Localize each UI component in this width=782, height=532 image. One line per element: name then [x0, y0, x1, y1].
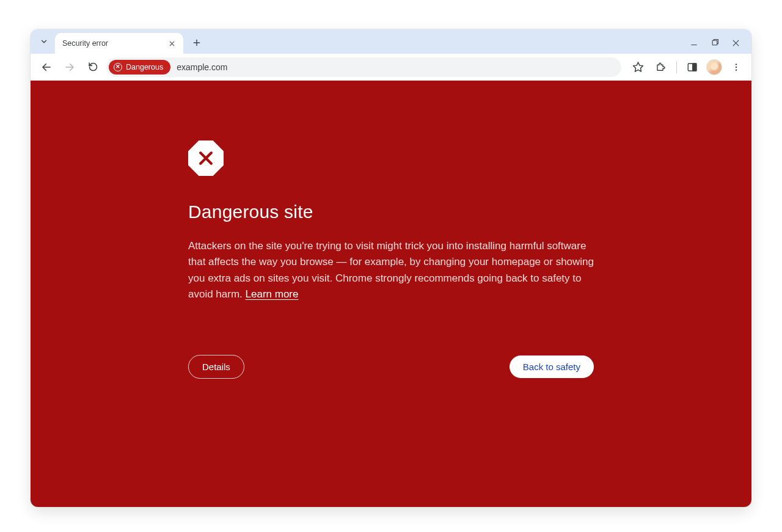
browser-tab[interactable]: Security error — [55, 33, 183, 54]
plus-icon — [192, 38, 201, 47]
toolbar: ✕ Dangerous example.com — [31, 54, 751, 81]
close-icon — [732, 39, 740, 47]
window-maximize-button[interactable] — [710, 38, 720, 48]
page-heading: Dangerous site — [188, 202, 594, 222]
profile-avatar[interactable] — [706, 59, 722, 75]
svg-point-13 — [736, 64, 737, 65]
puzzle-icon — [656, 62, 667, 73]
side-panel-button[interactable] — [683, 58, 701, 76]
tab-search-button[interactable] — [35, 33, 53, 50]
svg-rect-5 — [712, 40, 717, 45]
omnibox[interactable]: ✕ Dangerous example.com — [106, 57, 621, 77]
toolbar-divider — [676, 61, 677, 73]
tab-title: Security error — [62, 39, 108, 48]
danger-icon — [188, 140, 594, 176]
side-panel-icon — [687, 62, 698, 73]
window-minimize-button[interactable] — [689, 38, 699, 48]
security-chip-label: Dangerous — [126, 63, 163, 71]
svg-point-15 — [736, 69, 737, 70]
danger-badge-icon: ✕ — [114, 63, 122, 71]
tab-close-button[interactable] — [166, 38, 177, 49]
x-mark-icon — [197, 149, 215, 167]
minimize-icon — [690, 38, 698, 47]
stop-octagon-icon — [188, 140, 224, 176]
forward-button[interactable] — [60, 57, 79, 77]
window-controls — [689, 38, 745, 54]
bookmark-button[interactable] — [629, 58, 647, 76]
back-to-safety-button[interactable]: Back to safety — [510, 355, 594, 378]
tab-strip: Security error — [31, 29, 751, 54]
security-chip[interactable]: ✕ Dangerous — [109, 60, 170, 75]
arrow-left-icon — [41, 62, 52, 73]
svg-rect-12 — [693, 64, 696, 71]
reload-icon — [88, 62, 98, 72]
omnibox-url: example.com — [177, 62, 227, 72]
reload-button[interactable] — [83, 57, 103, 77]
learn-more-link[interactable]: Learn more — [246, 288, 299, 300]
svg-marker-10 — [633, 62, 643, 71]
new-tab-button[interactable] — [188, 34, 205, 51]
chevron-down-icon — [40, 37, 48, 46]
window-close-button[interactable] — [731, 38, 740, 48]
maximize-icon — [711, 39, 719, 47]
interstitial-content: Dangerous site Attackers on the site you… — [183, 81, 599, 415]
browser-window: Security error — [31, 29, 751, 507]
back-button[interactable] — [37, 57, 56, 77]
close-icon — [169, 40, 175, 47]
star-icon — [632, 61, 644, 73]
chrome-menu-button[interactable] — [727, 58, 745, 76]
extensions-button[interactable] — [652, 58, 670, 76]
arrow-right-icon — [64, 62, 75, 73]
interstitial-page: Dangerous site Attackers on the site you… — [31, 81, 751, 507]
details-button[interactable]: Details — [188, 355, 244, 379]
svg-point-14 — [736, 66, 737, 67]
button-row: Details Back to safety — [188, 355, 594, 379]
kebab-icon — [731, 62, 741, 72]
toolbar-actions — [625, 58, 745, 76]
page-body: Attackers on the site you're trying to v… — [188, 238, 594, 302]
